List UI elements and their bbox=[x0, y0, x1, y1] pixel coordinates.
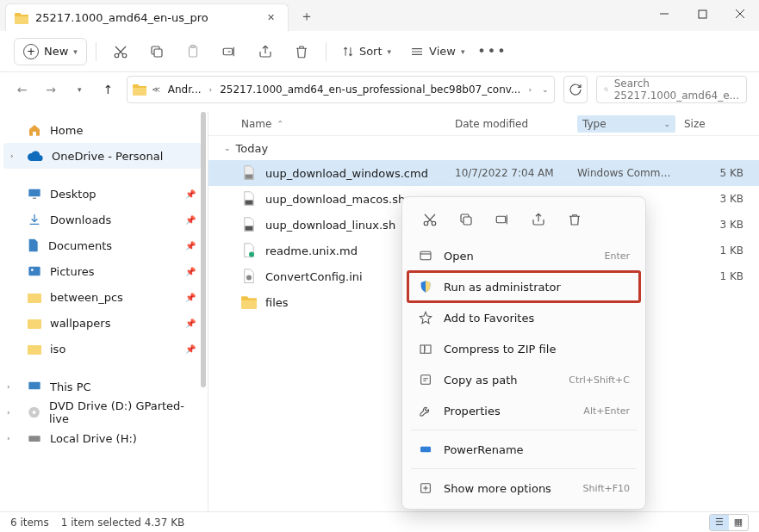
file-name: uup_download_macos.sh bbox=[265, 193, 405, 206]
sidebar-item-local-drive[interactable]: › Local Drive (H:) bbox=[3, 425, 204, 451]
pin-icon: 📌 bbox=[185, 344, 196, 354]
column-date[interactable]: Date modified bbox=[455, 118, 577, 130]
sidebar-label: Home bbox=[50, 124, 83, 137]
window-controls bbox=[645, 0, 759, 28]
crumb-b[interactable]: 25217.1000_amd64_en-us_professional_bec9… bbox=[217, 82, 523, 97]
rename-button[interactable] bbox=[214, 38, 245, 65]
svg-rect-14 bbox=[28, 436, 40, 442]
status-item-count: 6 items bbox=[10, 517, 49, 529]
svg-rect-17 bbox=[246, 226, 253, 231]
sh-file-icon bbox=[241, 217, 257, 232]
up-button[interactable]: ↑ bbox=[98, 77, 118, 102]
sidebar-item-onedrive[interactable]: › OneDrive - Personal bbox=[3, 143, 204, 169]
sidebar-item-desktop[interactable]: Desktop 📌 bbox=[3, 181, 204, 207]
sort-button[interactable]: Sort ▾ bbox=[335, 38, 398, 65]
sidebar-scrollbar[interactable] bbox=[196, 112, 208, 511]
file-name: uup_download_windows.cmd bbox=[265, 167, 428, 180]
ctx-properties[interactable]: Properties Alt+Enter bbox=[407, 395, 640, 426]
new-button[interactable]: + New ▾ bbox=[14, 38, 87, 65]
sidebar-item-wallpapers[interactable]: wallpapers 📌 bbox=[3, 310, 204, 336]
delete-button[interactable] bbox=[286, 38, 317, 65]
ctx-copy-path[interactable]: Copy as path Ctrl+Shift+C bbox=[407, 364, 640, 395]
sidebar-item-iso[interactable]: iso 📌 bbox=[3, 336, 204, 362]
sidebar-item-thispc[interactable]: › This PC bbox=[3, 374, 204, 399]
more-button[interactable]: ••• bbox=[476, 38, 507, 65]
sidebar-item-home[interactable]: Home bbox=[3, 117, 204, 143]
recent-button[interactable]: ▾ bbox=[70, 77, 90, 102]
column-type[interactable]: Type⌄ bbox=[577, 115, 675, 133]
ctx-separator bbox=[411, 430, 637, 430]
column-name[interactable]: Name⌃ bbox=[241, 118, 455, 130]
ctx-share-button[interactable] bbox=[526, 207, 551, 232]
file-size: 1 KB bbox=[675, 270, 759, 282]
sidebar-label: OneDrive - Personal bbox=[52, 150, 163, 163]
open-icon bbox=[418, 248, 433, 263]
ctx-run-as-admin[interactable]: Run as administrator bbox=[407, 271, 640, 302]
sidebar-item-documents[interactable]: Documents 📌 bbox=[3, 232, 204, 258]
back-button[interactable]: ← bbox=[12, 77, 32, 102]
ctx-compress-zip[interactable]: Compress to ZIP file bbox=[407, 333, 640, 364]
svg-point-18 bbox=[249, 252, 254, 257]
forward-button[interactable]: → bbox=[40, 77, 60, 102]
pin-icon: 📌 bbox=[185, 293, 196, 302]
copy-button[interactable] bbox=[141, 38, 172, 65]
ctx-powerrename[interactable]: PowerRename bbox=[407, 434, 640, 465]
chevron-down-icon: ⌄ bbox=[663, 120, 670, 128]
crumb-sep[interactable]: › bbox=[209, 85, 213, 94]
sort-indicator-icon: ⌃ bbox=[277, 120, 283, 128]
sidebar-item-dvd[interactable]: › DVD Drive (D:) GParted-live bbox=[3, 399, 204, 425]
sidebar-label: Pictures bbox=[50, 265, 94, 278]
sidebar-label: between_pcs bbox=[50, 291, 123, 304]
ctx-rename-button[interactable] bbox=[490, 207, 514, 232]
maximize-button[interactable] bbox=[683, 0, 721, 28]
expand-icon[interactable]: › bbox=[7, 382, 10, 391]
ctx-label: Run as administrator bbox=[444, 281, 630, 294]
minimize-button[interactable] bbox=[645, 0, 683, 28]
ctx-copy-button[interactable] bbox=[454, 207, 478, 232]
disc-icon bbox=[28, 405, 40, 419]
search-box[interactable]: Search 25217.1000_amd64_e... bbox=[596, 76, 747, 103]
new-tab-button[interactable]: ＋ bbox=[292, 3, 321, 29]
expand-icon[interactable]: › bbox=[10, 152, 14, 160]
cut-button[interactable] bbox=[105, 38, 136, 65]
tab-close-button[interactable]: ✕ bbox=[264, 10, 279, 26]
window-tab[interactable]: 25217.1000_amd64_en-us_pro ✕ bbox=[5, 3, 289, 31]
crumb-a[interactable]: Andr... bbox=[165, 82, 204, 97]
address-bar[interactable]: ≪ Andr... › 25217.1000_amd64_en-us_profe… bbox=[127, 76, 554, 103]
sidebar-label: Documents bbox=[48, 239, 112, 252]
column-size[interactable]: Size bbox=[675, 118, 759, 130]
sidebar-item-pictures[interactable]: Pictures 📌 bbox=[3, 258, 204, 284]
file-name: ConvertConfig.ini bbox=[265, 270, 363, 283]
folder-icon bbox=[28, 343, 41, 355]
folder-icon bbox=[15, 12, 28, 24]
folder-icon bbox=[133, 84, 146, 96]
ctx-show-more[interactable]: Show more options Shift+F10 bbox=[407, 473, 640, 504]
history-chevron[interactable]: ⌄ bbox=[542, 85, 549, 94]
sidebar-label: Downloads bbox=[50, 213, 111, 226]
view-button[interactable]: View ▾ bbox=[403, 38, 471, 65]
status-bar: 6 items 1 item selected 4.37 KB ☰ ▦ bbox=[0, 511, 759, 532]
ctx-cut-button[interactable] bbox=[418, 207, 442, 232]
expand-icon[interactable]: › bbox=[7, 434, 10, 442]
ctx-open[interactable]: Open Enter bbox=[407, 240, 640, 271]
share-button[interactable] bbox=[250, 38, 281, 65]
context-quick-actions bbox=[407, 202, 640, 240]
refresh-button[interactable] bbox=[563, 76, 588, 103]
ctx-delete-button[interactable] bbox=[563, 207, 587, 232]
crumb-sep[interactable]: ≪ bbox=[152, 85, 159, 94]
view-details-button[interactable]: ☰ bbox=[710, 515, 729, 530]
sidebar-item-between-pcs[interactable]: between_pcs 📌 bbox=[3, 284, 204, 310]
file-row[interactable]: uup_download_windows.cmd 10/7/2022 7:04 … bbox=[208, 160, 759, 186]
view-grid-button[interactable]: ▦ bbox=[729, 515, 748, 530]
svg-point-10 bbox=[31, 269, 34, 271]
svg-rect-3 bbox=[154, 49, 162, 57]
expand-icon[interactable]: › bbox=[7, 408, 10, 417]
close-window-button[interactable] bbox=[721, 0, 759, 28]
ctx-add-favorites[interactable]: Add to Favorites bbox=[407, 302, 640, 333]
crumb-sep[interactable]: › bbox=[528, 85, 532, 94]
group-header-today[interactable]: ⌄ Today bbox=[208, 136, 759, 160]
ctx-label: PowerRename bbox=[444, 443, 630, 456]
paste-button[interactable] bbox=[177, 38, 208, 65]
sidebar-item-downloads[interactable]: Downloads 📌 bbox=[3, 207, 204, 232]
ctx-label: Copy as path bbox=[444, 374, 558, 387]
